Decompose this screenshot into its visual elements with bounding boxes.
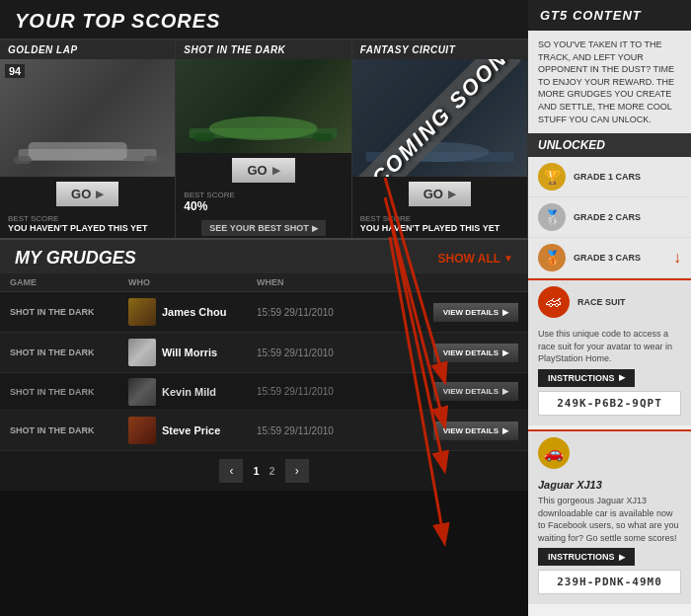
score-card-fantasy: FANTASY CIRCUIT COMING SOON GO	[352, 40, 528, 238]
view-details-button-0[interactable]: VIEW DETAILS	[433, 303, 518, 322]
grudge-game-1: SHOT IN THE DARK	[10, 347, 128, 357]
grudges-header: MY GRUDGES SHOW ALL	[0, 238, 528, 273]
race-suit-description: Use this unique code to access a race su…	[538, 328, 681, 365]
player-name-0: James Chou	[162, 306, 226, 318]
jaguar-code: 239H-PDNK-49M0	[538, 570, 681, 594]
fantasy-title: FANTASY CIRCUIT	[352, 40, 527, 59]
grudges-table-header: GAME WHO WHEN	[0, 273, 528, 292]
jaguar-instructions-button[interactable]: INSTRUCTIONS	[538, 548, 635, 566]
trophy-icon-gold: 🏆	[538, 163, 566, 191]
player-name-3: Steve Price	[162, 424, 220, 436]
grudge-who-0: James Chou	[128, 298, 257, 326]
svg-rect-6	[194, 133, 214, 141]
avatar-0	[128, 298, 156, 326]
coming-soon-text: COMING SOON	[358, 59, 521, 177]
see-best-shot-button[interactable]: SEE YOUR BEST SHOT	[201, 220, 325, 236]
arrow-down-indicator: ↓	[673, 249, 681, 267]
dark-image	[176, 59, 350, 153]
col-header-who: WHO	[128, 277, 257, 287]
table-row: SHOT IN THE DARK Kevin Mild 15:59 29/11/…	[0, 373, 528, 411]
svg-rect-3	[144, 156, 162, 164]
avatar-2	[128, 378, 156, 406]
sidebar-title: GT5 CONTENT	[528, 0, 691, 31]
jaguar-icon: 🚗	[538, 437, 570, 469]
pagination: ‹ 1 2 ›	[0, 451, 528, 491]
race-suit-icon: 🏎	[538, 286, 570, 318]
golden-best-label: Best score	[8, 214, 167, 223]
dark-score-info: Best score 40%	[176, 188, 350, 218]
dark-best-label: Best score	[184, 191, 343, 199]
golden-score-info: Best score YOU HAVEN'T PLAYED THIS YET	[0, 211, 175, 238]
col-header-when: WHEN	[257, 277, 518, 287]
race-suit-code: 249K-P6B2-9QPT	[538, 391, 681, 416]
svg-rect-7	[313, 133, 333, 141]
grudges-title: MY GRUDGES	[15, 248, 136, 269]
grudge-when-0: 15:59 29/11/2010	[257, 307, 433, 318]
race-suit-section: 🏎 RACE SUIT Use this unique code to acce…	[528, 278, 691, 425]
fantasy-image: COMING SOON	[352, 59, 527, 177]
avatar-3	[128, 417, 156, 444]
unlock-item-1: 🥈 GRADE 2 CARS	[528, 197, 691, 238]
table-row: SHOT IN THE DARK James Chou 15:59 29/11/…	[0, 292, 528, 333]
jaguar-section: 🚗 Jaguar XJ13 This gorgeous Jaguar XJ13 …	[528, 429, 691, 604]
dark-best-value: 40%	[184, 199, 343, 213]
svg-point-5	[209, 116, 318, 140]
page-number-2[interactable]: 2	[269, 465, 275, 477]
view-details-button-2[interactable]: VIEW DETAILS	[433, 382, 518, 401]
table-row: SHOT IN THE DARK Steve Price 15:59 29/11…	[0, 411, 528, 451]
avatar-1	[128, 339, 156, 366]
sidebar-intro: SO YOU'VE TAKEN IT TO THE TRACK, AND LEF…	[528, 31, 691, 133]
player-name-1: Will Morris	[162, 346, 217, 358]
page-number-1[interactable]: 1	[253, 465, 259, 477]
unlocked-header: UNLOCKED	[528, 133, 691, 157]
golden-score-number: 94	[5, 64, 25, 78]
race-suit-instructions-button[interactable]: INSTRUCTIONS	[538, 369, 635, 387]
jaguar-description: This gorgeous Jaguar XJ13 downloadable c…	[538, 495, 681, 544]
unlock-label-1: GRADE 2 CARS	[574, 212, 641, 222]
grudge-who-1: Will Morris	[128, 339, 257, 366]
trophy-icon-bronze: 🥉	[538, 244, 566, 271]
svg-rect-2	[14, 156, 32, 164]
page-title: YOUR TOP SCORES	[15, 10, 513, 33]
svg-rect-1	[29, 142, 127, 160]
next-page-button[interactable]: ›	[285, 459, 309, 483]
grudge-who-3: Steve Price	[128, 417, 257, 444]
grudge-who-2: Kevin Mild	[128, 378, 257, 406]
golden-go-button[interactable]: GO	[56, 182, 118, 206]
golden-best-value: YOU HAVEN'T PLAYED THIS YET	[8, 223, 167, 233]
unlock-item-2: 🥉 GRADE 3 CARS ↓	[528, 238, 691, 278]
score-card-dark: SHOT IN THE DARK GO Best sc	[176, 40, 351, 238]
view-details-button-1[interactable]: VIEW DETAILS	[433, 344, 518, 362]
show-all-button[interactable]: SHOW ALL	[438, 252, 513, 266]
coming-soon-overlay: COMING SOON	[352, 59, 527, 177]
grudge-game-2: SHOT IN THE DARK	[10, 387, 128, 397]
golden-lap-title: GOLDEN LAP	[0, 40, 175, 59]
dark-title: SHOT IN THE DARK	[176, 40, 350, 59]
race-suit-label: RACE SUIT	[577, 297, 626, 307]
jaguar-name: Jaguar XJ13	[538, 479, 681, 491]
dark-go-button[interactable]: GO	[232, 158, 294, 183]
score-card-golden: GOLDEN LAP 94 GO	[0, 40, 176, 238]
grudge-when-2: 15:59 29/11/2010	[257, 386, 433, 397]
view-details-button-3[interactable]: VIEW DETAILS	[433, 422, 518, 440]
trophy-icon-silver: 🥈	[538, 203, 566, 231]
unlock-label-0: GRADE 1 CARS	[574, 172, 641, 182]
prev-page-button[interactable]: ‹	[219, 459, 243, 483]
score-cards-container: GOLDEN LAP 94 GO	[0, 40, 528, 238]
player-name-2: Kevin Mild	[162, 386, 216, 398]
table-row: SHOT IN THE DARK Will Morris 15:59 29/11…	[0, 333, 528, 373]
col-header-game: GAME	[10, 277, 128, 287]
sidebar: GT5 CONTENT SO YOU'VE TAKEN IT TO THE TR…	[528, 0, 691, 616]
unlock-item-0: 🏆 GRADE 1 CARS	[528, 157, 691, 197]
fantasy-go-button[interactable]: GO	[409, 182, 471, 206]
grudge-game-0: SHOT IN THE DARK	[10, 307, 128, 317]
top-scores-section: YOUR TOP SCORES	[0, 0, 528, 40]
grudge-game-3: SHOT IN THE DARK	[10, 425, 128, 435]
fantasy-score-info: Best score YOU HAVEN'T PLAYED THIS YET	[352, 211, 527, 238]
fantasy-best-label: Best score	[360, 214, 519, 223]
golden-lap-image: 94	[0, 59, 175, 177]
grudge-when-1: 15:59 29/11/2010	[257, 347, 433, 358]
grudge-when-3: 15:59 29/11/2010	[257, 425, 433, 436]
unlock-label-2: GRADE 3 CARS	[574, 253, 641, 263]
fantasy-best-value: YOU HAVEN'T PLAYED THIS YET	[360, 223, 519, 233]
